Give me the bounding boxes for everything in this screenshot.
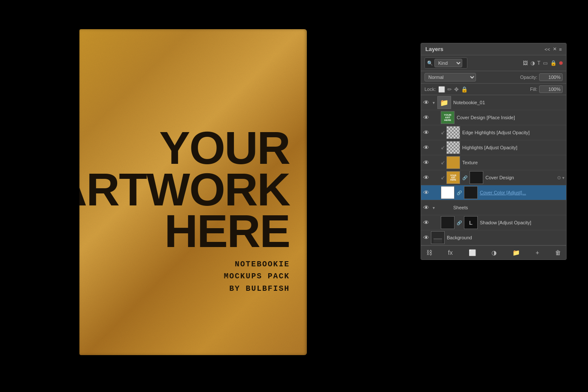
opacity-input[interactable]: 100% [539,73,563,81]
visibility-toggle-cover-design[interactable]: 👁 [423,174,430,181]
fill-input[interactable]: 100% [539,85,563,93]
visibility-toggle-texture[interactable]: 👁 [423,159,430,166]
layer-thumb-cover-design-mask [470,171,483,184]
layer-thumb-highlights [446,141,460,154]
opacity-group: Opacity: 100% [520,73,563,81]
layer-thumb-cover-color-mask [464,186,478,199]
panel-header: Layers << ✕ ≡ [421,43,566,55]
panel-header-icons: << ✕ ≡ [545,46,562,52]
layer-name-cover-design: Cover Design [485,175,556,180]
link-layers-button[interactable]: ⛓ [424,248,434,257]
notebook-small-text: NOTEBOOKIE MOCKUPS PACK BY BULBFISH [79,258,290,295]
fill-group: Fill: 100% [530,85,563,93]
notebook-small-line1: NOTEBOOKIE [79,258,290,271]
lock-transparent-icon[interactable]: ⬜ [438,86,445,93]
panel-collapse-button[interactable]: << [545,47,550,52]
layer-name-shadow: Shadow [Adjust Opacity] [479,220,564,225]
filter-adjustment-icon[interactable]: ◑ [530,60,535,66]
chain-link-icon-cover-color: 🔗 [457,190,462,195]
filter-smart-icon[interactable]: 🔒 [550,60,557,66]
expand-icon-sheets[interactable]: ▾ [431,205,436,210]
visibility-toggle-background[interactable]: 👁 [423,234,430,241]
layer-notebookie-group[interactable]: 👁 ▾ 📁 Notebookie_01 [421,95,566,110]
layer-shadow[interactable]: 👁 🔗 L Shadow [Adjust Opacity] [421,215,566,230]
layer-background[interactable]: 👁 Background [421,230,566,245]
layer-thumb-shadow-mask: L [464,216,478,229]
layers-panel: Layers << ✕ ≡ 🔍 Kind Name Effect Mode At… [421,43,567,260]
layer-name-notebookie: Notebookie_01 [452,100,564,105]
panel-menu-button[interactable]: ≡ [559,47,562,52]
visibility-toggle-notebookie[interactable]: 👁 [423,99,430,106]
layer-name-texture: Texture [461,160,564,165]
smart-object-icon: ⊙ [557,175,561,181]
fx-button[interactable]: fx [446,248,455,257]
layer-dropdown-cover-design[interactable]: ▾ [562,175,564,180]
filter-dot[interactable] [559,61,563,65]
chain-link-icon-shadow: 🔗 [457,220,462,225]
sheets-spacer [437,201,451,214]
delete-layer-button[interactable]: 🗑 [553,248,563,257]
opacity-label: Opacity: [520,75,537,80]
notebook-line3: HERE [79,210,290,252]
blend-mode-select[interactable]: Normal Dissolve Multiply Screen Overlay [424,73,476,81]
layer-sheets-group[interactable]: 👁 ▾ Sheets [421,200,566,215]
filter-shape-icon[interactable]: ▭ [543,60,548,66]
panel-title: Layers [425,46,443,52]
layer-thumb-background [431,231,445,244]
lock-position-icon[interactable]: ✥ [454,86,459,93]
adjustment-button[interactable]: ◑ [490,248,498,257]
layer-thumb-edge-highlights [446,126,460,139]
filter-type-icon[interactable]: T [537,60,540,66]
blend-mode-row: Normal Dissolve Multiply Screen Overlay … [421,71,566,84]
mask-button[interactable]: ⬜ [467,248,478,257]
layer-highlights[interactable]: 👁 ↙ Highlights [Adjust Opacity] [421,140,566,155]
lock-image-icon[interactable]: ✏ [447,86,452,93]
folder-icon: 📁 [440,99,449,107]
notebook-small-line2: MOCKUPS PACK [79,270,290,283]
panel-close-button[interactable]: ✕ [553,46,557,52]
kind-select[interactable]: Kind Name Effect Mode Attribute Color [434,59,462,67]
link-icon-edge: ↙ [441,130,445,136]
filter-row: 🔍 Kind Name Effect Mode Attribute Color … [421,55,566,71]
visibility-toggle-shadow[interactable]: 👁 [423,219,430,226]
layer-cover-design[interactable]: 👁 ↙ YOURARTHERE 🔗 Cover Design ⊙ ▾ [421,170,566,185]
notebook-line1: YOUR [79,127,290,169]
visibility-toggle-cover-color[interactable]: 👁 [423,189,430,196]
layer-name-cover-design-place: Cover Design [Place Inside] [456,115,564,120]
group-button[interactable]: 📁 [511,248,521,257]
link-icon-cover-design: ↙ [441,175,445,181]
lock-row: Lock: ⬜ ✏ ✥ 🔒 Fill: 100% [421,84,566,95]
notebook-text: YOUR ARTWORK HERE NOTEBOOKIE MOCKUPS PAC… [79,127,290,295]
visibility-toggle-sheets[interactable]: 👁 [423,204,430,211]
layer-name-highlights: Highlights [Adjust Opacity] [461,145,564,150]
layer-thumb-cover-color [441,186,455,199]
layer-cover-color[interactable]: 👁 🔗 Cover Color [Adjust]... [421,185,566,200]
notebook-small-line3: BY BULBFISH [79,283,290,295]
visibility-toggle-edge-highlights[interactable]: 👁 [423,129,430,136]
new-layer-button[interactable]: + [534,248,541,257]
canvas-area: YOUR ARTWORK HERE NOTEBOOKIE MOCKUPS PAC… [0,0,588,392]
link-icon-highlights: ↙ [441,145,445,151]
lock-icons: ⬜ ✏ ✥ 🔒 [438,86,468,93]
filter-icons: 🖼 ◑ T ▭ 🔒 [523,60,563,66]
layer-edge-highlights[interactable]: 👁 ↙ Edge Highlights [Adjust Opacity] [421,125,566,140]
lock-all-icon[interactable]: 🔒 [461,86,468,93]
layer-texture[interactable]: 👁 ↙ Texture [421,155,566,170]
visibility-toggle-highlights[interactable]: 👁 [423,144,430,151]
panel-bottom-toolbar: ⛓ fx ⬜ ◑ 📁 + 🗑 [421,245,566,259]
filter-search-box[interactable]: 🔍 Kind Name Effect Mode Attribute Color [424,57,467,69]
notebook-line2: ARTWORK [79,169,290,210]
link-icon-texture: ↙ [441,160,445,166]
layer-thumb-cover-design: YOURARTHERE [446,171,460,184]
layer-name-edge-highlights: Edge Highlights [Adjust Opacity] [461,130,564,135]
expand-icon-notebookie[interactable]: ▾ [431,100,436,105]
layer-thumb-texture [446,156,460,169]
visibility-toggle-cover-design-place[interactable]: 👁 [423,114,430,121]
filter-pixel-icon[interactable]: 🖼 [523,60,528,66]
layer-name-cover-color: Cover Color [Adjust]... [479,190,564,195]
chain-link-icon: 🔗 [462,175,467,180]
notebook-mockup: YOUR ARTWORK HERE NOTEBOOKIE MOCKUPS PAC… [79,29,307,355]
layer-cover-design-place[interactable]: 👁 YOURARTHERE Cover Design [Place Inside… [421,110,566,125]
layer-name-background: Background [446,235,564,240]
fill-label: Fill: [530,87,537,92]
